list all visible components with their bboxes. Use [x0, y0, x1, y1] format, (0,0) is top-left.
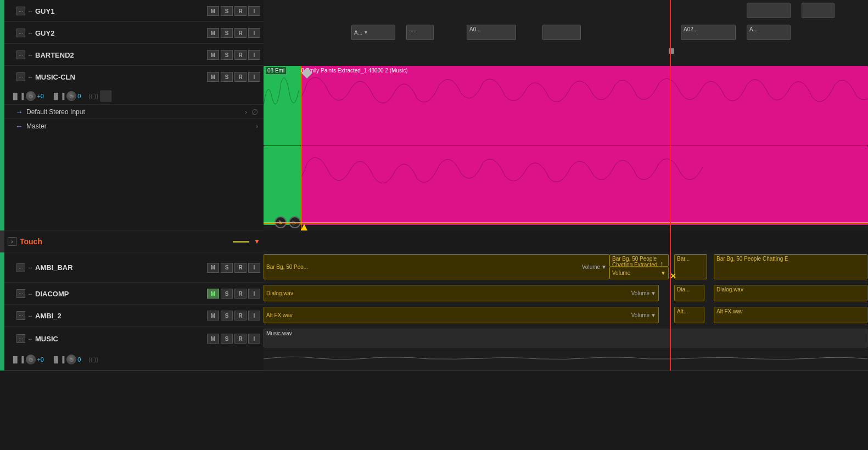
rec-btn-bartend2[interactable]: R [234, 50, 247, 60]
clip-dialog-1[interactable]: Dialog.wav Volume ▼ [264, 285, 659, 301]
clip-altfx-1[interactable]: Alt FX.wav Volume ▼ [264, 307, 659, 323]
solo-btn-diacomp[interactable]: S [221, 289, 233, 299]
clip-dialog-2-label: Dia... [677, 286, 690, 292]
meter-bars-icon: ▐▌▐ [11, 93, 24, 99]
clip-music-wav[interactable]: Music.wav [264, 329, 867, 347]
channel-strip-btn[interactable] [100, 91, 111, 102]
mute-btn-guy1[interactable]: M [207, 6, 219, 16]
timeline-music: Music.wav [264, 327, 868, 370]
meter-bars-music-icon: ▐▌▐ [11, 356, 24, 363]
waveform-separator [264, 145, 868, 146]
green-clip-bottom[interactable] [264, 146, 301, 225]
track-color-music [0, 327, 4, 370]
horizontal-scrollbar[interactable] [0, 370, 868, 377]
clip-barbg-3[interactable]: Bar... [674, 254, 707, 279]
track-expand-guy2[interactable]: ··· [16, 29, 25, 37]
info-btn-diacomp[interactable]: I [248, 289, 260, 299]
touch-expand-btn[interactable]: › [8, 237, 16, 246]
info-btn-guy2[interactable]: I [248, 28, 260, 38]
rec-btn-ambi-2[interactable]: R [234, 311, 247, 320]
clip-guy2-f[interactable]: A... [747, 25, 791, 40]
clip-dialog-2[interactable]: Dia... [674, 285, 704, 301]
send-indicator-music-cln: (( )) [88, 93, 98, 99]
solo-btn-music-cln[interactable]: S [221, 72, 233, 82]
info-btn-ambi-2[interactable]: I [248, 311, 260, 320]
mute-btn-music-cln[interactable]: M [207, 72, 219, 82]
gain-knob-2-music-cln[interactable]: ◷ [66, 91, 76, 101]
clip-barbg-3-label: Bar... [677, 256, 690, 262]
info-btn-guy1[interactable]: I [248, 6, 260, 16]
track-expand-guy1[interactable]: ··· [16, 7, 25, 15]
playhead-ambi-2 [670, 305, 671, 327]
clip-guy2-d[interactable] [542, 25, 581, 40]
rec-btn-music-cln[interactable]: R [234, 72, 247, 82]
info-btn-bartend2[interactable]: I [248, 50, 260, 60]
rec-btn-diacomp[interactable]: R [234, 289, 247, 299]
output-expand-icon[interactable]: › [256, 123, 258, 130]
clip-altfx-3[interactable]: Alt FX.wav [714, 307, 867, 323]
track-icon-diacomp: ↔ [27, 291, 33, 297]
clip-dialog-3[interactable]: Dialog.wav [714, 285, 867, 301]
info-btn-music-cln[interactable]: I [248, 72, 260, 82]
green-clip-music-cln[interactable] [264, 66, 301, 145]
input-name-music-cln[interactable]: Default Stereo Input [26, 108, 245, 116]
solo-btn-bartend2[interactable]: S [221, 50, 233, 60]
input-expand-icon[interactable]: › [245, 109, 247, 115]
clip-guy2-a[interactable]: GUY2 A... ▼ [351, 25, 395, 40]
timeline-guy2: GUY2 A... ▼ ..... A0... A02... A... [264, 22, 868, 44]
gain-knob-1-music[interactable]: ◷ [26, 355, 36, 364]
solo-btn-music[interactable]: S [221, 334, 233, 344]
clip-music-cln-bottom[interactable] [264, 146, 868, 225]
track-color-diacomp [0, 283, 4, 305]
rec-btn-ambi-bar[interactable]: R [234, 263, 247, 273]
info-btn-music[interactable]: I [248, 334, 260, 344]
solo-btn-guy1[interactable]: S [221, 6, 233, 16]
clip-guy2-c[interactable]: A0... [467, 25, 516, 40]
clip-music-cln-main[interactable]: 08 Emi 08 Emily Paints Extracted_1 48000… [264, 66, 868, 145]
timeline-diacomp: Dialog.wav Volume ▼ Dia... Dialog.wav [264, 283, 868, 305]
clip-guy1-2[interactable] [802, 3, 835, 18]
track-expand-music[interactable]: ··· [16, 334, 25, 343]
solo-btn-ambi-2[interactable]: S [221, 311, 233, 320]
track-name-ambi-bar: AMBI_BAR [35, 263, 205, 272]
mute-btn-ambi-bar[interactable]: M [207, 263, 219, 273]
gain-knob-2-music[interactable]: ◷ [66, 355, 76, 364]
clip-guy2-e[interactable]: A02... [681, 25, 736, 40]
clip-barbg-1-label: Bar Bg, 50 Peo... [266, 264, 308, 270]
track-expand-bartend2[interactable]: ··· [16, 50, 25, 59]
clip-barbg-1[interactable]: Bar Bg, 50 Peo... Volume ▼ [264, 254, 609, 279]
solo-btn-ambi-bar[interactable]: S [221, 263, 233, 273]
clip-altfx-2[interactable]: Alt... [674, 307, 704, 323]
output-name-music-cln[interactable]: Master [26, 122, 256, 130]
touch-dropdown-icon[interactable]: ▼ [254, 238, 260, 245]
rec-btn-music[interactable]: R [234, 334, 247, 344]
mute-btn-music[interactable]: M [207, 334, 219, 344]
clip-altfx-1-label: Alt FX.wav [266, 312, 293, 318]
mute-btn-bartend2[interactable]: M [207, 50, 219, 60]
clip-barbg-2-top[interactable]: Bar Bg, 50 People Chatting Extracted_1 4… [609, 254, 669, 267]
rec-btn-guy1[interactable]: R [234, 6, 247, 16]
mute-btn-ambi-2[interactable]: M [207, 311, 219, 320]
mute-btn-diacomp[interactable]: M [207, 289, 219, 299]
track-expand-ambi-2[interactable]: ··· [16, 311, 25, 320]
clip-guy2-b[interactable]: ..... [406, 25, 434, 40]
track-expand-music-cln[interactable]: ··· [16, 72, 25, 81]
clip-barbg-4[interactable]: Bar Bg, 50 People Chatting E [714, 254, 867, 279]
rec-btn-guy2[interactable]: R [234, 28, 247, 38]
solo-btn-guy2[interactable]: S [221, 28, 233, 38]
playhead-music [670, 327, 671, 370]
mute-btn-guy2[interactable]: M [207, 28, 219, 38]
track-name-guy2: GUY2 [35, 29, 205, 37]
touch-yellow-bar [233, 241, 249, 243]
track-row-guy1: ··· ↔ GUY1 M S R I [0, 0, 868, 22]
track-controls-music-cln: ··· ↔ MUSIC-CLN M S R I ▐▌▐ ◷ +0 ▐▌▐ ◷ 0… [0, 66, 264, 230]
waveform-svg-top [264, 66, 868, 145]
info-btn-ambi-bar[interactable]: I [248, 263, 260, 273]
clip-barbg-2-vol[interactable]: Volume ▼ [609, 267, 669, 279]
gain-knob-1-music-cln[interactable]: ◷ [26, 91, 36, 101]
clip-guy1-1[interactable] [747, 3, 791, 18]
track-row-guy2: ··· ↔ GUY2 M S R I GUY2 A... ▼ ..... [0, 22, 868, 44]
track-expand-diacomp[interactable]: ··· [16, 289, 25, 298]
track-header-diacomp: ··· ↔ DIACOMP M S R I [0, 283, 264, 305]
track-expand-ambi-bar[interactable]: ··· [16, 263, 25, 272]
